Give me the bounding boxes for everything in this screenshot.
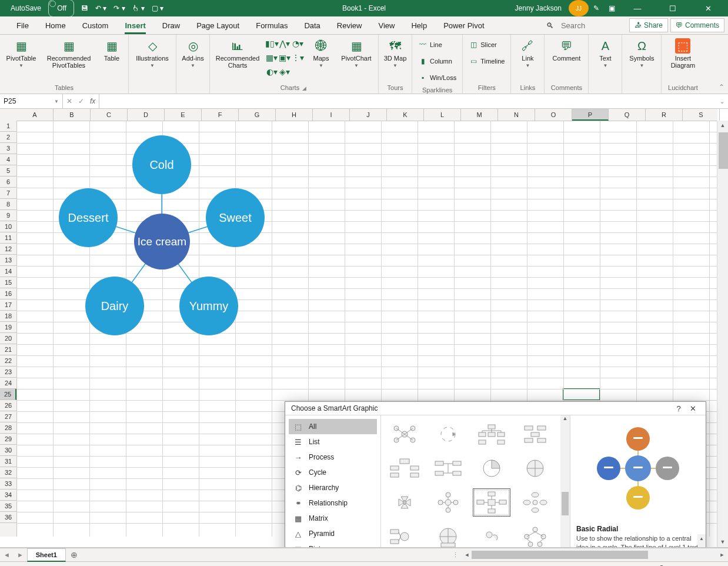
col-header-M[interactable]: M xyxy=(461,109,498,121)
row-header-26[interactable]: 26 xyxy=(0,400,16,411)
thumb-scroll-thumb[interactable] xyxy=(562,492,569,515)
cat-relationship[interactable]: ⚭Relationship xyxy=(289,495,377,511)
new-sheet-button[interactable]: ⊕ xyxy=(66,550,82,560)
col-header-S[interactable]: S xyxy=(683,109,720,121)
desc-scrollbar[interactable]: ▲▼ xyxy=(697,534,706,548)
thumb-2[interactable] xyxy=(429,420,467,448)
sparkline-column-button[interactable]: ▮Column xyxy=(416,54,459,69)
insert-diagram-button[interactable]: ⬚Insert Diagram xyxy=(665,37,700,70)
row-header-9[interactable]: 9 xyxy=(0,210,16,221)
row-header-8[interactable]: 8 xyxy=(0,199,16,210)
cat-process[interactable]: →Process xyxy=(289,450,377,465)
row-header-12[interactable]: 12 xyxy=(0,244,16,255)
thumb-8[interactable] xyxy=(516,454,554,482)
row-header-6[interactable]: 6 xyxy=(0,177,16,188)
cancel-formula-icon[interactable]: ✕ xyxy=(66,97,72,105)
sparkline-winloss-button[interactable]: ▪Win/Loss xyxy=(416,70,459,85)
row-header-27[interactable]: 27 xyxy=(0,411,16,422)
cat-hierarchy[interactable]: ⌬Hierarchy xyxy=(289,480,377,495)
scroll-down-button[interactable]: ▼ xyxy=(717,537,728,547)
smartart-category-list[interactable]: ⬚All ☰List →Process ⟳Cycle ⌬Hierarchy ⚭R… xyxy=(285,415,381,548)
link-button[interactable]: 🔗︎Link▼ xyxy=(515,37,540,69)
col-header-H[interactable]: H xyxy=(276,109,313,121)
formula-input[interactable] xyxy=(99,94,716,108)
tab-view[interactable]: View xyxy=(370,16,403,34)
sheet-nav-prev[interactable]: ◄ xyxy=(0,551,14,558)
row-header-30[interactable]: 30 xyxy=(0,445,16,456)
row-header-23[interactable]: 23 xyxy=(0,367,16,378)
row-header-1[interactable]: 1 xyxy=(0,121,16,132)
col-header-K[interactable]: K xyxy=(387,109,424,121)
illustrations-button[interactable]: ◇Illustrations▼ xyxy=(132,37,172,69)
thumb-13[interactable] xyxy=(386,522,423,548)
scatter-chart-button[interactable]: ⋮▾ xyxy=(291,51,304,64)
surface-chart-button[interactable]: ◈▾ xyxy=(278,65,291,78)
combo-chart-button[interactable]: ◐▾ xyxy=(265,65,278,78)
row-header-14[interactable]: 14 xyxy=(0,266,16,277)
row-header-5[interactable]: 5 xyxy=(0,165,16,177)
close-button[interactable]: ✕ xyxy=(690,0,726,16)
undo-button[interactable]: ↶ ▾ xyxy=(92,0,110,16)
line-chart-button[interactable]: ⋀▾ xyxy=(278,37,291,50)
name-box-dropdown-icon[interactable]: ▼ xyxy=(54,99,59,104)
qat-customize-button[interactable]: ▢ ▾ xyxy=(148,0,167,16)
col-header-B[interactable]: B xyxy=(54,109,91,121)
save-icon[interactable]: 💾︎ xyxy=(78,0,92,16)
expand-formula-bar[interactable]: ⌄ xyxy=(716,94,728,108)
col-header-L[interactable]: L xyxy=(424,109,461,121)
row-header-16[interactable]: 16 xyxy=(0,288,16,299)
touch-mode-button[interactable]: 👆︎ ▾ xyxy=(129,0,148,16)
row-header-21[interactable]: 21 xyxy=(0,344,16,355)
comment-button[interactable]: 💬︎Comment xyxy=(548,37,585,63)
sparkline-line-button[interactable]: 〰Line xyxy=(416,37,459,52)
row-header-20[interactable]: 20 xyxy=(0,333,16,344)
row-header-24[interactable]: 24 xyxy=(0,378,16,389)
diagram-node-cold[interactable]: Cold xyxy=(132,135,191,194)
col-header-I[interactable]: I xyxy=(313,109,350,121)
maps-button[interactable]: 🌐︎Maps▼ xyxy=(308,37,335,69)
tab-custom[interactable]: Custom xyxy=(74,16,117,34)
tab-help[interactable]: Help xyxy=(403,16,435,34)
column-headers[interactable]: ABCDEFGHIJKLMNOPQRS xyxy=(16,109,717,121)
col-header-R[interactable]: R xyxy=(646,109,683,121)
stat-chart-button[interactable]: ▣▾ xyxy=(278,51,291,64)
diagram-center-node[interactable]: Ice cream xyxy=(134,214,190,269)
row-header-18[interactable]: 18 xyxy=(0,311,16,322)
tab-review[interactable]: Review xyxy=(329,16,370,34)
tab-data[interactable]: Data xyxy=(296,16,328,34)
row-header-32[interactable]: 32 xyxy=(0,467,16,478)
diagram-node-sweet[interactable]: Sweet xyxy=(206,188,265,247)
col-header-C[interactable]: C xyxy=(91,109,128,121)
cat-matrix[interactable]: ▦Matrix xyxy=(289,511,377,526)
pagebreak-view-button[interactable]: ◫ xyxy=(604,564,617,567)
diagram-node-dessert[interactable]: Dessert xyxy=(59,188,118,247)
hscroll-left[interactable]: ◄ xyxy=(462,552,472,558)
horizontal-scrollbar[interactable]: ◄ ► xyxy=(462,550,727,560)
tab-home[interactable]: Home xyxy=(37,16,74,34)
diagram-node-yummy[interactable]: Yummy xyxy=(179,277,238,335)
diagram-node-dairy[interactable]: Dairy xyxy=(85,277,144,335)
pagelayout-view-button[interactable]: ▤ xyxy=(586,564,599,567)
col-header-E[interactable]: E xyxy=(165,109,202,121)
thumb-14[interactable] xyxy=(429,522,467,548)
thumb-15[interactable] xyxy=(473,522,510,548)
vertical-scrollbar[interactable]: ▲ ▼ xyxy=(717,121,728,547)
pie-chart-button[interactable]: ◔▾ xyxy=(291,37,304,50)
slicer-button[interactable]: ◫Slicer xyxy=(466,37,507,52)
scroll-thumb[interactable] xyxy=(719,132,728,169)
col-header-J[interactable]: J xyxy=(350,109,387,121)
thumb-scrollbar[interactable]: ▲▼ xyxy=(560,415,570,548)
row-header-28[interactable]: 28 xyxy=(0,422,16,434)
thumb-1[interactable] xyxy=(386,420,423,448)
col-header-G[interactable]: G xyxy=(239,109,276,121)
tab-file[interactable]: File xyxy=(8,16,37,34)
col-header-Q[interactable]: Q xyxy=(609,109,646,121)
row-header-15[interactable]: 15 xyxy=(0,277,16,288)
redo-button[interactable]: ↷ ▾ xyxy=(110,0,128,16)
recommended-charts-button[interactable]: 📊︎Recommended Charts xyxy=(213,37,262,70)
cat-cycle[interactable]: ⟳Cycle xyxy=(289,465,377,480)
tab-formulas[interactable]: Formulas xyxy=(248,16,296,34)
comments-button[interactable]: 💬︎ Comments xyxy=(670,18,724,32)
row-header-19[interactable]: 19 xyxy=(0,322,16,333)
smartart-thumbnails[interactable]: Hierarchy ▲▼ xyxy=(381,415,570,548)
